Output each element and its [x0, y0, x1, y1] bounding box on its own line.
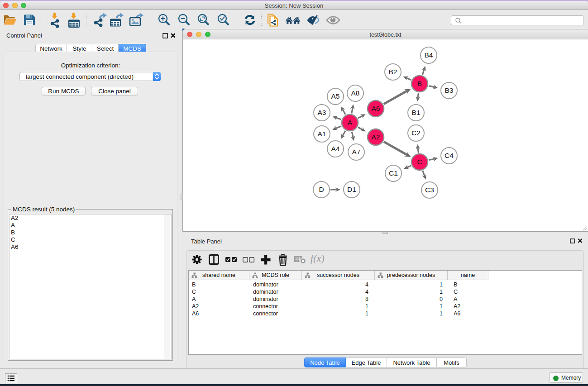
svg-text:A4: A4	[331, 145, 340, 152]
svg-text:A6: A6	[372, 105, 380, 112]
svg-text:B1: B1	[412, 109, 421, 116]
svg-text:B3: B3	[445, 86, 454, 94]
svg-text:C2: C2	[411, 129, 421, 137]
svg-text:A8: A8	[351, 89, 360, 97]
svg-text:D: D	[319, 186, 324, 193]
svg-text:A3: A3	[318, 109, 326, 116]
svg-text:C3: C3	[425, 186, 434, 194]
svg-text:C: C	[417, 158, 422, 166]
svg-text:C1: C1	[389, 169, 398, 177]
svg-text:B4: B4	[425, 51, 433, 59]
svg-text:B: B	[417, 80, 422, 87]
svg-text:A: A	[348, 119, 353, 126]
svg-text:D1: D1	[347, 186, 356, 193]
svg-text:C4: C4	[445, 152, 454, 159]
svg-text:A1: A1	[318, 130, 326, 138]
svg-text:B2: B2	[389, 68, 397, 76]
svg-text:A5: A5	[331, 92, 340, 100]
svg-text:A2: A2	[372, 133, 380, 141]
svg-text:A7: A7	[352, 148, 361, 156]
